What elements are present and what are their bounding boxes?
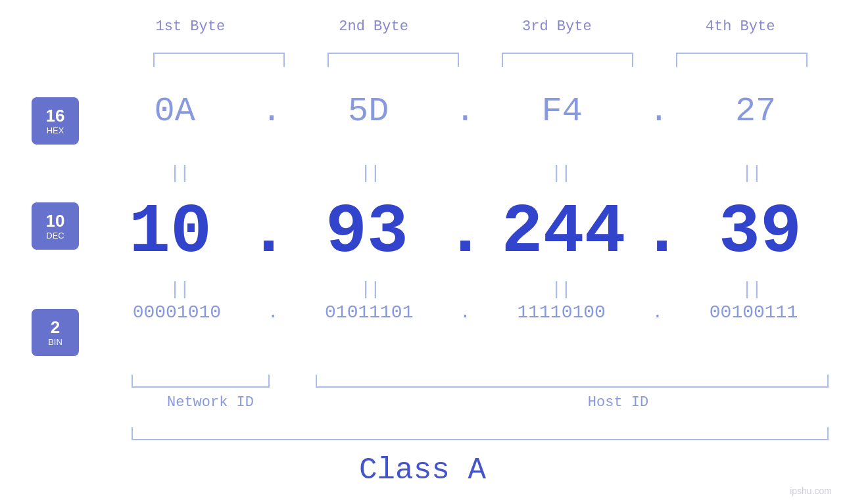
bin-dot3: . bbox=[652, 302, 663, 323]
eq3: || bbox=[495, 163, 627, 183]
dec-dot2: . bbox=[445, 194, 486, 272]
top-bracket-3 bbox=[502, 53, 633, 67]
eq1: || bbox=[114, 163, 245, 183]
top-bracket-2 bbox=[327, 53, 459, 67]
equals-row-top: || || || || bbox=[99, 163, 832, 183]
hex-row: 0A . 5D . F4 . 27 bbox=[99, 92, 832, 131]
dec-dot1: . bbox=[248, 194, 289, 272]
eq7: || bbox=[495, 279, 627, 300]
equals-row-bottom: || || || || bbox=[99, 279, 832, 300]
bin-b1: 00001010 bbox=[111, 302, 243, 323]
hex-dot2: . bbox=[455, 92, 475, 131]
bin-b2: 01011101 bbox=[303, 302, 435, 323]
bin-badge-num: 2 bbox=[51, 319, 60, 336]
hex-b2: 5D bbox=[302, 92, 434, 131]
class-label: Class A bbox=[0, 453, 845, 488]
header-byte2: 2nd Byte bbox=[295, 18, 452, 35]
top-brackets-row bbox=[132, 53, 829, 67]
top-bracket-4 bbox=[676, 53, 808, 67]
hex-b3: F4 bbox=[496, 92, 628, 131]
dec-badge-label: DEC bbox=[46, 231, 64, 241]
eq6: || bbox=[304, 279, 436, 300]
bracket-host bbox=[316, 375, 829, 388]
bin-dot1: . bbox=[268, 302, 279, 323]
header-row: 1st Byte 2nd Byte 3rd Byte 4th Byte bbox=[99, 18, 832, 35]
eq5: || bbox=[114, 279, 245, 300]
dec-b4: 39 bbox=[694, 198, 826, 267]
bin-b3: 11110100 bbox=[496, 302, 627, 323]
host-id-label: Host ID bbox=[408, 394, 829, 411]
dec-b1: 10 bbox=[105, 198, 236, 267]
watermark: ipshu.com bbox=[790, 486, 832, 496]
eq8: || bbox=[686, 279, 817, 300]
bracket-network bbox=[132, 375, 270, 388]
header-byte1: 1st Byte bbox=[111, 18, 269, 35]
network-id-label: Network ID bbox=[151, 394, 270, 411]
hex-b4: 27 bbox=[690, 92, 821, 131]
top-bracket-1 bbox=[153, 53, 285, 67]
hex-badge-num: 16 bbox=[46, 107, 65, 124]
bin-row: 00001010 . 01011101 . 11110100 . 0010011… bbox=[99, 302, 832, 323]
dec-dot3: . bbox=[641, 194, 683, 272]
header-byte3: 3rd Byte bbox=[478, 18, 636, 35]
dec-badge: 10 DEC bbox=[32, 202, 79, 250]
eq2: || bbox=[304, 163, 436, 183]
hex-badge: 16 HEX bbox=[32, 97, 79, 145]
header-byte4: 4th Byte bbox=[662, 18, 819, 35]
eq4: || bbox=[686, 163, 817, 183]
class-bracket bbox=[132, 427, 829, 440]
bin-badge: 2 BIN bbox=[32, 309, 79, 356]
bin-dot2: . bbox=[460, 302, 471, 323]
bin-badge-label: BIN bbox=[48, 337, 62, 347]
dec-badge-num: 10 bbox=[46, 212, 65, 229]
hex-dot3: . bbox=[648, 92, 669, 131]
bin-b4: 00100111 bbox=[688, 302, 819, 323]
dec-row: 10 . 93 . 244 . 39 bbox=[99, 194, 832, 272]
hex-dot1: . bbox=[261, 92, 281, 131]
dec-b2: 93 bbox=[301, 198, 433, 267]
dec-b3: 244 bbox=[498, 198, 629, 267]
hex-b1: 0A bbox=[109, 92, 241, 131]
hex-badge-label: HEX bbox=[47, 126, 64, 135]
